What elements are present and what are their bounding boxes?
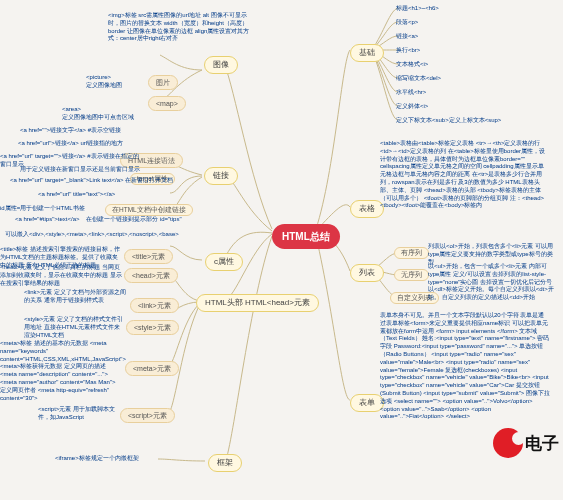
- root-label: HTML总结: [282, 231, 330, 242]
- logo-text: 电子: [525, 432, 559, 455]
- leaf-img-pic-desc: <picture> 定义图像地图: [86, 74, 122, 90]
- leaf-basic-6: 水平线<hr>: [396, 89, 426, 97]
- sub-img-map[interactable]: <map>: [148, 96, 186, 111]
- leaf-basic-5: 缩写缩文本<del>: [396, 75, 441, 83]
- sub-list-ul[interactable]: 无序列: [394, 269, 429, 281]
- leaf-basic-7: 定义斜体<i>: [396, 103, 428, 111]
- leaf-head-head-desc: <head>元素 定义了信息工具栏的标题 当网页添加到收藏夹时，显示在收藏夹中的…: [0, 264, 122, 287]
- cat-image[interactable]: 图像: [204, 56, 238, 74]
- leaf-table-all: <table>表格由<table>标签定义表格 <tr>→<th>定义表格的行 …: [380, 140, 548, 210]
- cat-frame[interactable]: 框架: [208, 454, 242, 472]
- leaf-link-tips: <a href="url" title="text"></a>: [38, 191, 115, 199]
- sub-head-title[interactable]: <title>元素: [124, 249, 173, 264]
- leaf-img-attrs: <img>标签 src需属性图像的url地址 alt 图像不可显示时，图片的替换…: [108, 12, 258, 43]
- leaf-frame-iframe: <iframe>标签规定一个内嵌框架: [55, 455, 139, 463]
- leaf-link-a2: <a href="url">链接</a> url链接指的地方: [18, 140, 138, 148]
- cat-form[interactable]: 表单: [350, 394, 384, 412]
- logo-c-icon: [493, 428, 523, 458]
- leaf-link-anchor: <a href="#tips">text</a> 在创建一个链接到提示部分 id…: [15, 216, 182, 224]
- cat-basic[interactable]: 基础: [350, 44, 384, 62]
- leaf-basic-4: 文本格式<i>: [396, 61, 428, 69]
- leaf-list-dl-desc: 以<dl>标签定义开始。每个自定义列表以<dt>开始。 自定义列表的定义/描述以…: [428, 286, 558, 302]
- cat-list[interactable]: 列表: [350, 264, 384, 282]
- leaf-basic-8: 定义下标文本<sub>定义上标文本<sup>: [396, 117, 501, 125]
- leaf-basic-2: 链接<a>: [396, 33, 418, 41]
- leaf-basic-1: 段落<p>: [396, 19, 418, 27]
- leaf-basic-0: 标题<h1>~<h6>: [396, 5, 439, 13]
- leaf-link-inhtml2: id属性=用于创建一个HTML书签: [0, 205, 85, 213]
- sub-head-link[interactable]: <link>元素: [130, 298, 179, 313]
- mindmap-root[interactable]: HTML总结: [272, 224, 340, 249]
- watermark-logo: 电子: [493, 428, 559, 458]
- cat-link[interactable]: 链接: [204, 167, 238, 185]
- leaf-head-meta-desc: <meta>标签 描述的基本的元数据 <meta name="keywords"…: [0, 340, 122, 402]
- cat-table[interactable]: 表格: [350, 200, 384, 218]
- sub-head-head[interactable]: <head>元素: [124, 268, 178, 283]
- leaf-head-script-desc: <script>元素 用于加载脚本文件，如JavaScript: [38, 406, 118, 422]
- leaf-link-target-desc: 用于定义链接在新窗口显示还是当前窗口显示: [20, 166, 140, 174]
- sub-list-ol[interactable]: 有序列: [394, 247, 429, 259]
- leaf-link-a1: <a href="">链接文字</a> #表示空链接: [20, 127, 140, 135]
- leaf-head-style-desc: <style>元素 定义了文档的样式文件引用地址 直接在HTML元素样式文件来渲…: [24, 316, 124, 339]
- leaf-link-blank: <a href="url" target="_blank">Link text<…: [10, 177, 173, 185]
- leaf-img-area: <area> 定义图像地图中可点击区域: [62, 106, 134, 122]
- sub-img-pic[interactable]: 图片: [148, 75, 178, 90]
- cat-cattr[interactable]: c属性: [205, 253, 243, 271]
- sub-link-inhtml1[interactable]: 在HTML文档中创建链接: [105, 204, 193, 216]
- leaf-basic-3: 换行<br>: [396, 47, 420, 55]
- leaf-head-link-desc: <link>元素 定义了文档与外部资源之间的关系 通常用于链接到样式表: [24, 289, 126, 305]
- sub-head-meta[interactable]: <meta>元素: [125, 361, 179, 376]
- cat-head[interactable]: HTML头部 HTML<head>元素: [196, 294, 319, 312]
- sub-head-style[interactable]: <style>元素: [126, 320, 179, 335]
- leaf-cattr-insert: 可以嵌入<div>,<style>,<meta>,<link>,<script>…: [5, 231, 179, 239]
- leaf-list-ul-desc: 以<ul>开始，包含一个或多个<li>元素 内部可type属性 定义/可以设置 …: [428, 263, 556, 286]
- leaf-form-all: 表单本身不可见。并且一个文本字段默认以20个字符 表单是通过表单标签<form>…: [380, 312, 550, 421]
- sub-head-script[interactable]: <script>元素: [120, 408, 175, 423]
